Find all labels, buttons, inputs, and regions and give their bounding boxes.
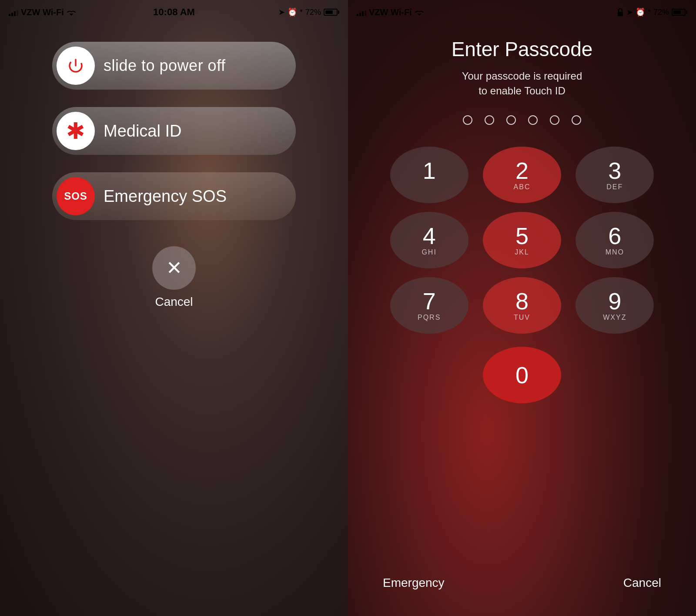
dot-5 [550, 115, 559, 125]
sos-circle: SOS [57, 177, 95, 215]
enter-passcode-title: Enter Passcode [452, 37, 593, 61]
power-circle [57, 47, 95, 85]
left-main-content: slide to power off ✱ Medical ID SOS Emer… [0, 24, 348, 616]
key-5[interactable]: 5 JKL [483, 212, 561, 268]
bluetooth-icon-left: * [300, 8, 303, 17]
carrier-right: VZW Wi-Fi [369, 7, 412, 17]
status-bar-right: VZW Wi-Fi ➤ ⏰ * 72% [348, 0, 696, 24]
medical-id-button[interactable]: ✱ Medical ID [52, 107, 296, 155]
slide-power-off-label: slide to power off [104, 57, 226, 75]
phone-left-screen: VZW Wi-Fi 10:08 AM ➤ ⏰ * 72% [0, 0, 348, 616]
time-left: 10:08 AM [153, 7, 195, 18]
key-8[interactable]: 8 TUV [483, 277, 561, 334]
dot-2 [485, 115, 494, 125]
signal-bars-right [357, 8, 366, 16]
key-0[interactable]: 0 [483, 347, 561, 403]
sos-icon-label: SOS [64, 190, 87, 202]
cancel-button[interactable]: ✕ [152, 246, 196, 290]
dot-4 [528, 115, 538, 125]
alarm-icon-right: ⏰ [636, 7, 645, 17]
dot-3 [506, 115, 516, 125]
svg-rect-2 [618, 12, 623, 16]
location-icon-left: ➤ [278, 7, 285, 17]
medical-circle: ✱ [57, 112, 95, 150]
battery-pct-left: 72% [305, 8, 321, 17]
power-icon [66, 56, 85, 75]
passcode-content: Enter Passcode Your passcode is required… [348, 24, 696, 616]
cancel-label: Cancel [155, 295, 193, 309]
dot-1 [463, 115, 472, 125]
battery-icon-right [672, 9, 687, 16]
status-bar-left: VZW Wi-Fi 10:08 AM ➤ ⏰ * 72% [0, 0, 348, 24]
key-7[interactable]: 7 PQRS [390, 277, 468, 334]
status-right-right: ➤ ⏰ * 72% [617, 7, 687, 17]
cancel-area: ✕ Cancel [152, 246, 196, 309]
signal-bars-left [9, 8, 18, 16]
battery-icon-left [324, 9, 339, 16]
alarm-icon-left: ⏰ [288, 7, 297, 17]
passcode-subtitle: Your passcode is requiredto enable Touch… [462, 69, 582, 98]
numpad-grid: 1 2 ABC 3 DEF 4 GHI 5 JKL 6 MNO [387, 147, 657, 334]
carrier-left: VZW Wi-Fi [21, 7, 64, 17]
battery-pct-right: 72% [653, 8, 669, 17]
wifi-icon-left [67, 9, 76, 16]
passcode-dots [463, 115, 581, 125]
slide-power-off-button[interactable]: slide to power off [52, 42, 296, 90]
lock-icon-right [617, 8, 624, 17]
key-4[interactable]: 4 GHI [390, 212, 468, 268]
emergency-sos-button[interactable]: SOS Emergency SOS [52, 172, 296, 220]
bluetooth-icon-right: * [648, 8, 651, 17]
medical-id-label: Medical ID [104, 122, 182, 141]
bottom-actions: Emergency Cancel [365, 576, 679, 616]
cancel-x-icon: ✕ [166, 258, 182, 278]
phone-right-screen: VZW Wi-Fi ➤ ⏰ * 72% Enter Passcode [348, 0, 696, 616]
key-2[interactable]: 2 ABC [483, 147, 561, 203]
zero-row: 0 [387, 347, 657, 403]
emergency-bottom-button[interactable]: Emergency [383, 576, 445, 590]
key-6[interactable]: 6 MNO [576, 212, 654, 268]
wifi-icon-right [415, 9, 424, 16]
medical-icon: ✱ [66, 120, 85, 142]
emergency-sos-label: Emergency SOS [104, 187, 227, 206]
status-left-right: VZW Wi-Fi [357, 7, 424, 17]
key-9[interactable]: 9 WXYZ [576, 277, 654, 334]
cancel-bottom-button[interactable]: Cancel [623, 576, 661, 590]
key-1[interactable]: 1 [390, 147, 468, 203]
location-icon-right: ➤ [626, 7, 633, 17]
status-left-group: VZW Wi-Fi [9, 7, 76, 17]
key-3[interactable]: 3 DEF [576, 147, 654, 203]
dot-6 [572, 115, 581, 125]
status-right-left: ➤ ⏰ * 72% [278, 7, 339, 17]
